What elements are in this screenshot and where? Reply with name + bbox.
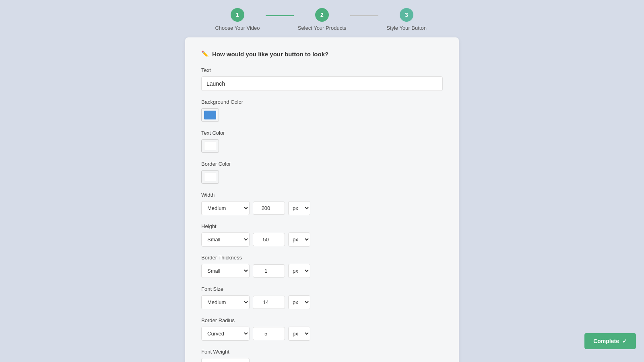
bg-color-swatch-inner — [204, 111, 216, 119]
connector-2 — [350, 15, 378, 16]
border-radius-unit-select[interactable]: px % em — [288, 327, 310, 341]
text-label: Text — [201, 67, 443, 73]
border-thickness-label: Border Thickness — [201, 255, 443, 261]
border-thickness-field-group: Border Thickness Small Medium Large px %… — [201, 255, 443, 278]
width-field-group: Width Small Medium Large px % em — [201, 192, 443, 215]
step-2-circle: 2 — [315, 8, 329, 22]
font-size-select[interactable]: Small Medium Large — [201, 295, 250, 309]
pencil-icon: ✏️ — [201, 50, 209, 58]
border-radius-row: None Curved Rounded px % em — [201, 327, 443, 341]
bg-color-field-group: Background Color — [201, 99, 443, 122]
height-number[interactable] — [253, 233, 285, 246]
step-2: 2 Select Your Products — [294, 8, 350, 31]
border-thickness-number[interactable] — [253, 264, 285, 278]
complete-checkmark: ✓ — [622, 338, 627, 344]
text-color-field-group: Text Color — [201, 130, 443, 153]
width-row: Small Medium Large px % em — [201, 201, 443, 215]
border-radius-select[interactable]: None Curved Rounded — [201, 327, 250, 341]
step-3: 3 Style Your Button — [378, 8, 435, 31]
text-color-swatch-inner — [204, 142, 216, 150]
bg-color-label: Background Color — [201, 99, 443, 105]
card-title: ✏️ How would you like your button to loo… — [201, 50, 443, 58]
height-select[interactable]: Small Medium Large — [201, 232, 250, 247]
font-weight-field-group: Font Weight Normal Bold Light — [201, 349, 443, 362]
text-color-label: Text Color — [201, 130, 443, 136]
font-size-unit-select[interactable]: px % em — [288, 295, 310, 309]
height-label: Height — [201, 223, 443, 229]
font-size-number[interactable] — [253, 296, 285, 309]
font-weight-label: Font Weight — [201, 349, 443, 355]
width-number[interactable] — [253, 202, 285, 215]
font-size-row: Small Medium Large px % em — [201, 295, 443, 309]
bg-color-swatch[interactable] — [201, 108, 219, 122]
font-weight-select[interactable]: Normal Bold Light — [201, 358, 250, 362]
border-radius-number[interactable] — [253, 327, 285, 340]
text-field-group: Text — [201, 67, 443, 91]
text-input[interactable] — [201, 76, 443, 91]
main-card: ✏️ How would you like your button to loo… — [185, 37, 459, 362]
height-unit-select[interactable]: px % em — [288, 232, 310, 247]
border-color-field-group: Border Color — [201, 161, 443, 184]
height-row: Small Medium Large px % em — [201, 232, 443, 247]
complete-label: Complete — [593, 338, 619, 344]
stepper: 1 Choose Your Video 2 Select Your Produc… — [209, 8, 435, 31]
border-thickness-select[interactable]: Small Medium Large — [201, 264, 250, 278]
page-wrapper: 1 Choose Your Video 2 Select Your Produc… — [0, 8, 644, 362]
step-1-label: Choose Your Video — [215, 25, 260, 31]
step-3-label: Style Your Button — [386, 25, 427, 31]
complete-bar: Complete ✓ — [576, 327, 644, 362]
connector-1 — [266, 15, 294, 16]
border-color-label: Border Color — [201, 161, 443, 167]
border-color-swatch-inner — [204, 173, 216, 181]
border-color-swatch[interactable] — [201, 170, 219, 184]
step-2-label: Select Your Products — [298, 25, 347, 31]
width-select[interactable]: Small Medium Large — [201, 201, 250, 215]
border-radius-label: Border Radius — [201, 317, 443, 323]
width-label: Width — [201, 192, 443, 198]
height-field-group: Height Small Medium Large px % em — [201, 223, 443, 247]
font-size-label: Font Size — [201, 286, 443, 292]
border-thickness-row: Small Medium Large px % em — [201, 264, 443, 278]
card-title-text: How would you like your button to look? — [212, 51, 328, 58]
text-color-swatch[interactable] — [201, 139, 219, 153]
complete-button[interactable]: Complete ✓ — [584, 333, 636, 349]
step-3-circle: 3 — [400, 8, 413, 22]
step-1: 1 Choose Your Video — [209, 8, 266, 31]
font-size-field-group: Font Size Small Medium Large px % em — [201, 286, 443, 309]
border-thickness-unit-select[interactable]: px % em — [288, 264, 310, 278]
border-radius-field-group: Border Radius None Curved Rounded px % e… — [201, 317, 443, 341]
step-1-circle: 1 — [231, 8, 244, 22]
width-unit-select[interactable]: px % em — [288, 201, 310, 215]
